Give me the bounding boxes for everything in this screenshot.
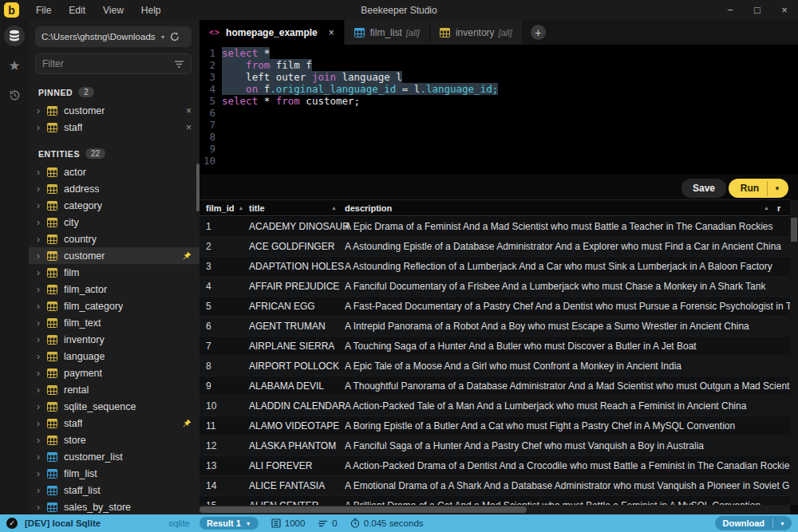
cell-title[interactable]: ALICE FANTASIA: [249, 480, 345, 491]
cell-description[interactable]: A Fast-Paced Documentary of a Pastry Che…: [345, 301, 790, 312]
chevron-right-icon[interactable]: ›: [37, 234, 47, 245]
table-row[interactable]: 11ALAMO VIDEOTAPEA Boring Epistle of a B…: [200, 416, 790, 436]
chevron-right-icon[interactable]: ›: [37, 468, 47, 479]
tab-inventory[interactable]: inventory [all]: [430, 20, 523, 45]
cell-film-id[interactable]: 4: [200, 281, 249, 292]
cell-title[interactable]: ACE GOLDFINGER: [249, 241, 345, 252]
filter-icon[interactable]: [174, 60, 184, 69]
cell-title[interactable]: ALASKA PHANTOM: [249, 440, 345, 451]
entity-row[interactable]: › city: [29, 214, 200, 231]
tables-rail-button[interactable]: [4, 26, 25, 46]
table-row[interactable]: 1ACADEMY DINOSAURA Epic Drama of a Femin…: [200, 217, 790, 237]
table-row[interactable]: 15ALIEN CENTERA Brilliant Drama of a Cat…: [200, 496, 790, 505]
entity-row[interactable]: › customer_list: [29, 448, 200, 465]
chevron-right-icon[interactable]: ›: [37, 217, 47, 228]
cell-description[interactable]: A Fanciful Documentary of a Frisbee And …: [345, 281, 790, 292]
table-row[interactable]: 8AIRPORT POLLOCKA Epic Tale of a Moose A…: [200, 357, 790, 376]
table-row[interactable]: 6AGENT TRUMANA Intrepid Panorama of a Ro…: [200, 317, 790, 337]
maximize-button[interactable]: □: [744, 4, 771, 16]
chevron-right-icon[interactable]: ›: [37, 384, 47, 396]
entity-row[interactable]: › film_actor: [29, 281, 200, 298]
cell-film-id[interactable]: 12: [200, 440, 249, 451]
results-grid[interactable]: 1ACADEMY DINOSAURA Epic Drama of a Femin…: [200, 217, 790, 505]
entity-row[interactable]: › staff: [29, 415, 200, 432]
entity-row[interactable]: › film_category: [29, 298, 200, 314]
cell-film-id[interactable]: 1: [200, 221, 249, 232]
cell-description[interactable]: A Fanciful Saga of a Hunter And a Pastry…: [345, 440, 790, 451]
sql-editor[interactable]: 1select *2 from film f3 left outer join …: [200, 45, 798, 174]
table-row[interactable]: 14ALICE FANTASIAA Emotional Drama of a A…: [200, 476, 790, 496]
code-line[interactable]: 8: [200, 131, 798, 143]
code-line[interactable]: 1select *: [200, 47, 798, 59]
results-vertical-scrollbar[interactable]: [790, 200, 798, 505]
code-line[interactable]: 3 left outer join language l: [200, 71, 798, 83]
cell-title[interactable]: ALABAMA DEVIL: [249, 380, 345, 392]
entity-row[interactable]: › customer: [29, 247, 200, 264]
unpin-icon[interactable]: ×: [186, 105, 192, 116]
entity-row[interactable]: › film_text: [29, 314, 200, 331]
cell-title[interactable]: AGENT TRUMAN: [249, 321, 345, 332]
results-horizontal-scrollbar[interactable]: [200, 505, 790, 514]
run-label[interactable]: Run: [729, 179, 767, 198]
cell-film-id[interactable]: 14: [200, 480, 249, 491]
chevron-right-icon[interactable]: ›: [37, 122, 47, 133]
close-button[interactable]: ×: [771, 4, 798, 16]
code-line[interactable]: 7: [200, 119, 798, 131]
column-header-description[interactable]: description ▲: [345, 203, 777, 213]
chevron-right-icon[interactable]: ›: [37, 317, 47, 329]
entity-row[interactable]: › country: [29, 231, 200, 247]
entity-row[interactable]: › category: [29, 197, 200, 214]
cell-film-id[interactable]: 9: [200, 380, 249, 392]
chevron-right-icon[interactable]: ›: [37, 167, 47, 178]
chevron-right-icon[interactable]: ›: [37, 451, 47, 463]
cell-description[interactable]: A Astounding Reflection of a Lumberjack …: [345, 261, 790, 272]
column-header-clipped[interactable]: r: [777, 203, 790, 213]
tab-close-icon[interactable]: ×: [329, 27, 334, 38]
chevron-right-icon[interactable]: ›: [37, 435, 47, 446]
unpin-icon[interactable]: ×: [186, 122, 192, 133]
history-rail-button[interactable]: [4, 85, 25, 105]
cell-description[interactable]: A Intrepid Panorama of a Robot And a Boy…: [345, 321, 790, 332]
cell-description[interactable]: A Emotional Drama of a A Shark And a Dat…: [345, 480, 790, 491]
entity-row[interactable]: › actor: [29, 164, 200, 180]
column-header-film-id[interactable]: film_id ▲: [200, 203, 249, 213]
save-button[interactable]: Save: [681, 179, 726, 198]
table-row[interactable]: 5AFRICAN EGGA Fast-Paced Documentary of …: [200, 297, 790, 317]
download-button[interactable]: Download ▼: [715, 516, 792, 530]
cell-title[interactable]: ALAMO VIDEOTAPE: [249, 420, 345, 432]
new-tab-button[interactable]: +: [531, 25, 546, 40]
cell-description[interactable]: A Action-Packed Tale of a Man And a Lumb…: [345, 400, 790, 412]
entity-row[interactable]: › language: [29, 348, 200, 365]
tab-film-list[interactable]: film_list [all]: [345, 20, 430, 45]
filter-input[interactable]: [42, 58, 174, 69]
chevron-right-icon[interactable]: ›: [37, 368, 47, 379]
entity-row[interactable]: › rental: [29, 381, 200, 398]
cell-title[interactable]: AFRICAN EGG: [249, 301, 345, 312]
pinned-item-customer[interactable]: › customer ×: [29, 102, 200, 119]
chevron-right-icon[interactable]: ›: [37, 267, 47, 278]
entity-row[interactable]: › payment: [29, 365, 200, 381]
cell-description[interactable]: A Touching Saga of a Hunter And a Butler…: [345, 341, 790, 352]
sort-asc-icon[interactable]: ▲: [764, 205, 769, 211]
cell-description[interactable]: A Action-Packed Drama of a Dentist And a…: [345, 460, 790, 471]
cell-title[interactable]: AIRPORT POLLOCK: [249, 361, 345, 372]
table-row[interactable]: 10ALADDIN CALENDARA Action-Packed Tale o…: [200, 396, 790, 416]
sort-asc-icon[interactable]: ▲: [238, 205, 243, 211]
pin-icon[interactable]: [183, 251, 192, 260]
column-header-title[interactable]: title ▲: [249, 203, 345, 213]
scrollbar-thumb[interactable]: [200, 506, 527, 513]
table-row[interactable]: 13ALI FOREVERA Action-Packed Drama of a …: [200, 456, 790, 476]
entity-row[interactable]: › sales_by_store: [29, 499, 200, 514]
pin-icon[interactable]: [183, 419, 192, 428]
menu-help[interactable]: Help: [134, 2, 168, 18]
table-row[interactable]: 2ACE GOLDFINGERA Astounding Epistle of a…: [200, 237, 790, 257]
entity-row[interactable]: › staff_list: [29, 482, 200, 499]
result-selector-button[interactable]: Result 1 ▼: [200, 517, 259, 530]
cell-title[interactable]: AFFAIR PREJUDICE: [249, 281, 345, 292]
minimize-button[interactable]: −: [717, 4, 744, 16]
code-line[interactable]: 10: [200, 155, 798, 167]
cell-description[interactable]: A Thoughtful Panorama of a Database Admi…: [345, 380, 790, 392]
table-row[interactable]: 12ALASKA PHANTOMA Fanciful Saga of a Hun…: [200, 436, 790, 456]
code-line[interactable]: 4 on f.original_language_id = l.language…: [200, 83, 798, 95]
cell-title[interactable]: ALI FOREVER: [249, 460, 345, 471]
